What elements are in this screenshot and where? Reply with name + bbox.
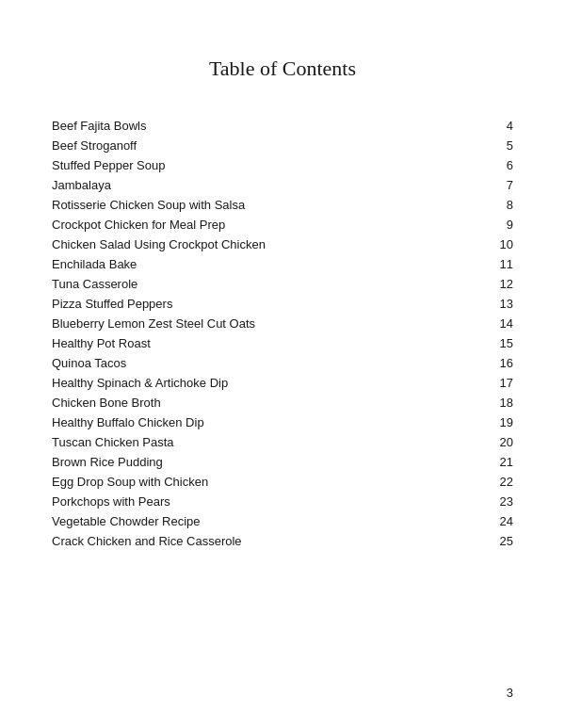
toc-item-title: Crockpot Chicken for Meal Prep xyxy=(52,218,494,232)
toc-item: Rotisserie Chicken Soup with Salsa8 xyxy=(52,198,513,212)
toc-item-title: Rotisserie Chicken Soup with Salsa xyxy=(52,198,494,212)
toc-item: Healthy Pot Roast15 xyxy=(52,336,513,350)
toc-item-title: Tuscan Chicken Pasta xyxy=(52,435,494,449)
toc-item: Vegetable Chowder Recipe24 xyxy=(52,514,513,528)
toc-item-page: 14 xyxy=(494,316,513,331)
toc-item-page: 13 xyxy=(494,297,513,311)
toc-item-page: 16 xyxy=(494,356,513,370)
toc-item: Beef Stroganoff5 xyxy=(52,138,513,153)
toc-item-title: Jambalaya xyxy=(52,178,494,192)
toc-item-page: 19 xyxy=(494,415,513,429)
page-title: Table of Contents xyxy=(52,57,513,81)
toc-item-title: Brown Rice Pudding xyxy=(52,455,494,469)
toc-item-title: Egg Drop Soup with Chicken xyxy=(52,475,494,489)
toc-item-page: 15 xyxy=(494,336,513,350)
toc-item-page: 24 xyxy=(494,514,513,528)
toc-item-title: Healthy Spinach & Artichoke Dip xyxy=(52,376,494,390)
toc-item: Pizza Stuffed Peppers13 xyxy=(52,297,513,311)
toc-item: Tuna Casserole12 xyxy=(52,277,513,291)
toc-item-title: Vegetable Chowder Recipe xyxy=(52,514,494,528)
toc-item-title: Chicken Bone Broth xyxy=(52,396,494,410)
toc-item-page: 23 xyxy=(494,494,513,509)
toc-item: Tuscan Chicken Pasta20 xyxy=(52,435,513,449)
toc-item-page: 6 xyxy=(494,158,513,172)
toc-item-page: 7 xyxy=(494,178,513,192)
toc-item-title: Stuffed Pepper Soup xyxy=(52,158,494,172)
page: Table of Contents Beef Fajita Bowls4Beef… xyxy=(0,0,565,728)
toc-item-page: 8 xyxy=(494,198,513,212)
toc-item-page: 9 xyxy=(494,218,513,232)
toc-item-page: 12 xyxy=(494,277,513,291)
toc-item: Stuffed Pepper Soup6 xyxy=(52,158,513,172)
toc-item-title: Healthy Buffalo Chicken Dip xyxy=(52,415,494,429)
toc-item-page: 20 xyxy=(494,435,513,449)
toc-item: Healthy Buffalo Chicken Dip19 xyxy=(52,415,513,429)
toc-item: Enchilada Bake11 xyxy=(52,257,513,271)
toc-item: Jambalaya7 xyxy=(52,178,513,192)
toc-item-page: 17 xyxy=(494,376,513,390)
toc-item-page: 18 xyxy=(494,396,513,410)
toc-item-title: Enchilada Bake xyxy=(52,257,494,271)
toc-item: Healthy Spinach & Artichoke Dip17 xyxy=(52,376,513,390)
toc-item-title: Chicken Salad Using Crockpot Chicken xyxy=(52,237,494,251)
toc-item-page: 10 xyxy=(494,237,513,251)
toc-item: Crack Chicken and Rice Casserole25 xyxy=(52,534,513,548)
toc-item-page: 22 xyxy=(494,475,513,489)
toc-item: Egg Drop Soup with Chicken22 xyxy=(52,475,513,489)
toc-item-page: 4 xyxy=(494,119,513,133)
toc-item-page: 5 xyxy=(494,138,513,153)
toc-item: Quinoa Tacos16 xyxy=(52,356,513,370)
toc-item: Blueberry Lemon Zest Steel Cut Oats14 xyxy=(52,316,513,331)
toc-item: Chicken Salad Using Crockpot Chicken10 xyxy=(52,237,513,251)
toc-item-title: Beef Fajita Bowls xyxy=(52,119,494,133)
toc-item: Crockpot Chicken for Meal Prep9 xyxy=(52,218,513,232)
toc-item-page: 11 xyxy=(494,257,513,271)
toc-item: Porkchops with Pears23 xyxy=(52,494,513,509)
toc-item-title: Tuna Casserole xyxy=(52,277,494,291)
toc-item-title: Pizza Stuffed Peppers xyxy=(52,297,494,311)
toc-item-title: Porkchops with Pears xyxy=(52,494,494,509)
toc-list: Beef Fajita Bowls4Beef Stroganoff5Stuffe… xyxy=(52,119,513,548)
toc-item-page: 21 xyxy=(494,455,513,469)
toc-item-title: Quinoa Tacos xyxy=(52,356,494,370)
toc-item-title: Crack Chicken and Rice Casserole xyxy=(52,534,494,548)
toc-item-title: Healthy Pot Roast xyxy=(52,336,494,350)
toc-item: Brown Rice Pudding21 xyxy=(52,455,513,469)
toc-item-title: Beef Stroganoff xyxy=(52,138,494,153)
page-number: 3 xyxy=(507,686,513,700)
toc-item-title: Blueberry Lemon Zest Steel Cut Oats xyxy=(52,316,494,331)
toc-item-page: 25 xyxy=(494,534,513,548)
toc-item: Chicken Bone Broth18 xyxy=(52,396,513,410)
toc-item: Beef Fajita Bowls4 xyxy=(52,119,513,133)
